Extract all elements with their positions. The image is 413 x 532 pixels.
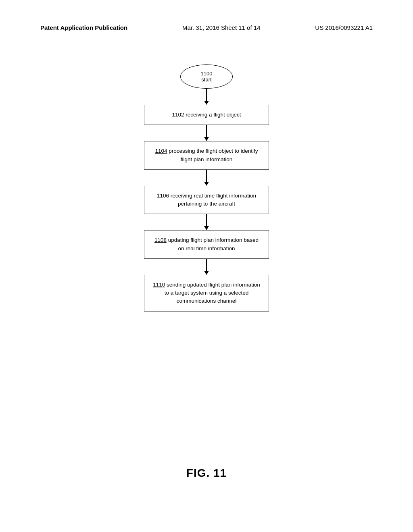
step-1106-text: receiving real time flight information p… — [171, 193, 256, 207]
header: Patent Application Publication Mar. 31, … — [40, 24, 373, 31]
arrow-line-3 — [206, 170, 207, 182]
arrow-5 — [204, 259, 209, 275]
step-1102-num: 1102 — [172, 112, 184, 118]
arrow-head-5 — [204, 271, 209, 275]
step-1104-text: processing the flight object to identify… — [169, 148, 258, 162]
step-1110-num: 1110 — [153, 282, 165, 288]
start-label: start — [201, 77, 211, 83]
start-node: 1100 start — [180, 64, 233, 89]
step-1108-num: 1108 — [154, 237, 167, 243]
step-1110-box: 1110 sending updated flight plan informa… — [144, 275, 269, 312]
arrow-2 — [204, 125, 209, 141]
arrow-line-1 — [206, 89, 207, 101]
header-patent-number: US 2016/0093221 A1 — [315, 24, 373, 31]
step-1102-box: 1102 receiving a flight object — [144, 105, 269, 125]
step-1108-text: updating flight plan information based o… — [168, 237, 259, 251]
step-1108-box: 1108 updating flight plan information ba… — [144, 230, 269, 259]
step-1110-text: sending updated flight plan information … — [165, 282, 260, 304]
start-number: 1100 — [201, 71, 213, 77]
arrow-line-5 — [206, 259, 207, 271]
arrow-head-3 — [204, 182, 209, 186]
arrow-4 — [204, 214, 209, 230]
step-1104-box: 1104 processing the flight object to ide… — [144, 141, 269, 170]
step-1106-num: 1106 — [157, 193, 169, 199]
page: Patent Application Publication Mar. 31, … — [0, 0, 413, 532]
arrow-line-2 — [206, 125, 207, 137]
arrow-line-4 — [206, 214, 207, 226]
step-1104-num: 1104 — [155, 148, 167, 154]
arrow-head-4 — [204, 226, 209, 230]
arrow-1 — [204, 89, 209, 105]
header-date-sheet: Mar. 31, 2016 Sheet 11 of 14 — [182, 24, 260, 31]
step-1106-box: 1106 receiving real time flight informat… — [144, 186, 269, 214]
arrow-3 — [204, 170, 209, 186]
figure-label: FIG. 11 — [186, 467, 227, 480]
step-1102-text: receiving a flight object — [186, 112, 241, 118]
header-publication-label: Patent Application Publication — [40, 24, 127, 31]
arrow-head-2 — [204, 137, 209, 141]
flowchart: 1100 start 1102 receiving a flight objec… — [144, 64, 269, 312]
arrow-head-1 — [204, 101, 209, 105]
